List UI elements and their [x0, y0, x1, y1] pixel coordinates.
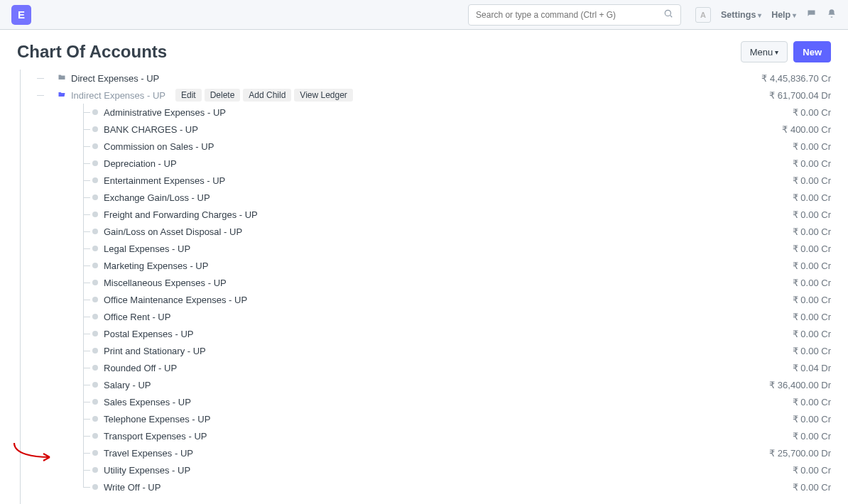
- tree-node-direct-expenses[interactable]: Direct Expenses - UP ₹ 4,45,836.70 Cr: [17, 70, 831, 87]
- help-menu[interactable]: Help: [771, 10, 796, 20]
- tree-leaf[interactable]: Legal Expenses - UP₹ 0.00 Cr: [17, 240, 831, 257]
- tree-leaf-label: Marketing Expenses - UP: [104, 261, 208, 271]
- tree-leaf-label: Sales Expenses - UP: [104, 397, 191, 407]
- tree-leaf-label: Exchange Gain/Loss - UP: [104, 192, 210, 203]
- search-input[interactable]: [468, 4, 681, 26]
- tree-leaf-amount: ₹ 0.00 Cr: [793, 329, 831, 339]
- tree-leaf[interactable]: Depreciation - UP₹ 0.00 Cr: [17, 155, 831, 172]
- tree-leaf-amount: ₹ 0.00 Cr: [793, 192, 831, 203]
- settings-menu[interactable]: Settings: [721, 10, 761, 20]
- tree-node-label: Indirect Expenses - UP: [71, 90, 165, 101]
- leaf-bullet-icon: [92, 126, 98, 132]
- tree-leaf[interactable]: Freight and Forwarding Charges - UP₹ 0.0…: [17, 206, 831, 223]
- tree-leaf[interactable]: Miscellaneous Expenses - UP₹ 0.00 Cr: [17, 274, 831, 291]
- tree-leaf[interactable]: BANK CHARGES - UP₹ 400.00 Cr: [17, 121, 831, 138]
- user-avatar[interactable]: A: [695, 7, 711, 23]
- leaf-bullet-icon: [92, 331, 98, 336]
- tree-leaf-amount: ₹ 0.00 Cr: [793, 175, 831, 186]
- tree-leaf-amount: ₹ 0.00 Cr: [793, 278, 831, 288]
- page-title: Chart Of Accounts: [17, 42, 167, 62]
- tree-leaf-label: Administrative Expenses - UP: [104, 107, 226, 118]
- app-logo[interactable]: E: [11, 5, 31, 25]
- tree-leaf[interactable]: Postal Expenses - UP₹ 0.00 Cr: [17, 325, 831, 342]
- svg-point-0: [665, 10, 670, 16]
- topbar: E A Settings Help: [0, 0, 848, 30]
- tree-leaf-amount: ₹ 0.00 Cr: [793, 312, 831, 322]
- tree-leaf-amount: ₹ 0.00 Cr: [793, 397, 831, 407]
- tree-leaf[interactable]: Commission on Sales - UP₹ 0.00 Cr: [17, 138, 831, 155]
- tree-leaf[interactable]: Utility Expenses - UP₹ 0.00 Cr: [17, 461, 831, 478]
- tree-leaf-label: Utility Expenses - UP: [104, 465, 190, 476]
- tree-leaf[interactable]: Transport Expenses - UP₹ 0.00 Cr: [17, 427, 831, 444]
- new-button[interactable]: New: [793, 41, 831, 62]
- leaf-bullet-icon: [92, 416, 98, 422]
- chat-icon[interactable]: [806, 9, 817, 21]
- tree-node-amount: ₹ 4,45,836.70 Cr: [761, 73, 831, 84]
- leaf-bullet-icon: [92, 348, 98, 354]
- leaf-bullet-icon: [92, 195, 98, 200]
- tree-children: Administrative Expenses - UP₹ 0.00 CrBAN…: [17, 104, 831, 495]
- leaf-bullet-icon: [92, 212, 98, 217]
- account-tree: Direct Expenses - UP ₹ 4,45,836.70 Cr In…: [0, 70, 848, 504]
- leaf-bullet-icon: [92, 263, 98, 268]
- tree-leaf-label: Print and Stationary - UP: [104, 346, 206, 356]
- tree-leaf[interactable]: Exchange Gain/Loss - UP₹ 0.00 Cr: [17, 189, 831, 206]
- leaf-bullet-icon: [92, 177, 98, 183]
- tree-leaf-label: Salary - UP: [104, 380, 151, 390]
- tree-leaf[interactable]: Travel Expenses - UP₹ 25,700.00 Dr: [17, 444, 831, 461]
- tree-leaf-label: Commission on Sales - UP: [104, 141, 214, 152]
- tree-leaf-amount: ₹ 0.00 Cr: [793, 226, 831, 237]
- folder-icon: [57, 73, 67, 84]
- tree-leaf-amount: ₹ 0.00 Cr: [793, 465, 831, 476]
- tree-leaf-label: Telephone Expenses - UP: [104, 414, 210, 424]
- tree-leaf-label: Transport Expenses - UP: [104, 431, 207, 442]
- bell-icon[interactable]: [827, 9, 837, 21]
- tree-leaf[interactable]: Write Off - UP₹ 0.00 Cr: [17, 478, 831, 495]
- leaf-bullet-icon: [92, 109, 98, 115]
- tree-leaf[interactable]: Sales Expenses - UP₹ 0.00 Cr: [17, 393, 831, 410]
- tree-leaf-amount: ₹ 0.00 Cr: [793, 431, 831, 442]
- tree-leaf-amount: ₹ 0.00 Cr: [793, 158, 831, 169]
- search-icon: [663, 9, 673, 21]
- leaf-bullet-icon: [92, 433, 98, 439]
- page-header: Chart Of Accounts Menu▾ New: [0, 30, 848, 70]
- tree-leaf[interactable]: Print and Stationary - UP₹ 0.00 Cr: [17, 342, 831, 359]
- tree-leaf-label: Travel Expenses - UP: [104, 448, 193, 459]
- tree-node-label: Direct Expenses - UP: [71, 73, 159, 84]
- tree-leaf-label: Depreciation - UP: [104, 158, 177, 169]
- tree-leaf[interactable]: Office Rent - UP₹ 0.00 Cr: [17, 308, 831, 325]
- tree-leaf-amount: ₹ 0.00 Cr: [793, 346, 831, 356]
- page-actions: Menu▾ New: [741, 41, 831, 62]
- tree-leaf-label: Write Off - UP: [104, 482, 161, 493]
- tree-leaf-amount: ₹ 0.00 Cr: [793, 482, 831, 493]
- search-field[interactable]: [476, 10, 663, 20]
- leaf-bullet-icon: [92, 314, 98, 319]
- tree-leaf[interactable]: Entertainment Expenses - UP₹ 0.00 Cr: [17, 172, 831, 189]
- delete-action[interactable]: Delete: [205, 89, 241, 102]
- tree-leaf[interactable]: Office Maintenance Expenses - UP₹ 0.00 C…: [17, 291, 831, 308]
- edit-action[interactable]: Edit: [175, 89, 202, 102]
- view-ledger-action[interactable]: View Ledger: [294, 89, 353, 102]
- tree-leaf-label: Miscellaneous Expenses - UP: [104, 278, 227, 288]
- tree-leaf-amount: ₹ 0.00 Cr: [793, 414, 831, 424]
- tree-leaf[interactable]: Administrative Expenses - UP₹ 0.00 Cr: [17, 104, 831, 121]
- leaf-bullet-icon: [92, 450, 98, 456]
- svg-line-1: [670, 16, 673, 18]
- tree-leaf[interactable]: Rounded Off - UP₹ 0.04 Dr: [17, 359, 831, 376]
- tree-node-indirect-expenses[interactable]: Indirect Expenses - UP Edit Delete Add C…: [17, 87, 831, 104]
- tree-leaf[interactable]: Marketing Expenses - UP₹ 0.00 Cr: [17, 257, 831, 274]
- tree-leaf-label: Rounded Off - UP: [104, 363, 177, 373]
- leaf-bullet-icon: [92, 297, 98, 302]
- tree-leaf-label: Office Maintenance Expenses - UP: [104, 295, 247, 305]
- add-child-action[interactable]: Add Child: [243, 89, 291, 102]
- tree-node-amount: ₹ 61,700.04 Dr: [769, 90, 831, 101]
- menu-button[interactable]: Menu▾: [741, 41, 788, 62]
- leaf-bullet-icon: [92, 229, 98, 234]
- tree-leaf[interactable]: Salary - UP₹ 36,400.00 Dr: [17, 376, 831, 393]
- tree-leaf-amount: ₹ 0.00 Cr: [793, 107, 831, 118]
- tree-leaf[interactable]: Telephone Expenses - UP₹ 0.00 Cr: [17, 410, 831, 427]
- tree-leaf-label: Freight and Forwarding Charges - UP: [104, 209, 258, 220]
- tree-leaf[interactable]: Gain/Loss on Asset Disposal - UP₹ 0.00 C…: [17, 223, 831, 240]
- tree-leaf-amount: ₹ 0.00 Cr: [793, 295, 831, 305]
- tree-leaf-label: BANK CHARGES - UP: [104, 124, 198, 135]
